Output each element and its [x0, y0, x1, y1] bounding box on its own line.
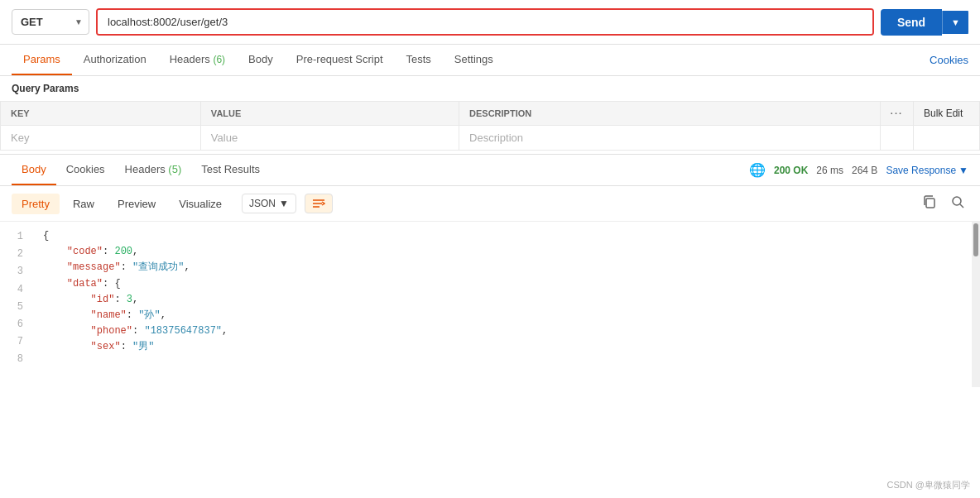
response-time: 26 ms: [816, 165, 843, 176]
top-bar: GET POST PUT DELETE PATCH ▼ Send ▼: [0, 0, 980, 45]
copy-icon[interactable]: [919, 191, 940, 216]
query-params-section-title: Query Params: [0, 76, 980, 101]
save-response-chevron-icon: ▼: [958, 165, 968, 176]
col-key: KEY: [1, 102, 201, 126]
row-bulk: [914, 126, 980, 151]
svg-point-4: [953, 197, 961, 205]
request-tabs: Params Authorization Headers (6) Body Pr…: [0, 45, 980, 76]
format-chevron-icon: ▼: [279, 198, 289, 209]
search-icon[interactable]: [947, 191, 968, 216]
tab-body[interactable]: Body: [237, 45, 285, 75]
tab-tests[interactable]: Tests: [395, 45, 443, 75]
tab-settings[interactable]: Settings: [443, 45, 505, 75]
resp-tab-cookies[interactable]: Cookies: [56, 155, 115, 185]
json-line-7: "phone": "18375647837",: [43, 323, 962, 339]
view-tab-visualize[interactable]: Visualize: [169, 194, 232, 214]
json-line-5: "id": 3,: [43, 292, 962, 308]
json-display: 1 2 3 4 5 6 7 8 { "code": 200, "message"…: [0, 222, 980, 387]
col-bulk-edit[interactable]: Bulk Edit: [914, 102, 980, 126]
response-tabs-bar: Body Cookies Headers (5) Test Results 🌐 …: [0, 154, 980, 186]
json-line-6: "name": "孙",: [43, 308, 962, 323]
send-button[interactable]: Send: [881, 9, 942, 36]
wrap-icon: [312, 198, 325, 209]
tab-pre-request[interactable]: Pre-request Script: [285, 45, 395, 75]
svg-line-5: [960, 204, 963, 208]
value-cell[interactable]: Value: [200, 126, 459, 151]
row-more: [880, 126, 913, 151]
table-row: Key Value Description: [1, 126, 980, 151]
json-line-3: "message": "查询成功",: [43, 260, 962, 275]
view-icons-right: [919, 191, 968, 216]
view-tab-preview[interactable]: Preview: [108, 194, 166, 214]
send-btn-wrapper: Send ▼: [881, 9, 968, 36]
resp-tab-headers[interactable]: Headers (5): [115, 155, 192, 185]
query-params-table: KEY VALUE DESCRIPTION ··· Bulk Edit Key …: [0, 101, 980, 151]
method-select[interactable]: GET POST PUT DELETE PATCH: [12, 9, 89, 35]
col-value: VALUE: [200, 102, 459, 126]
json-line-8: "sex": "男": [43, 339, 962, 355]
col-more: ···: [880, 102, 913, 126]
wrap-button[interactable]: [305, 194, 333, 213]
resp-tab-body[interactable]: Body: [12, 155, 56, 185]
view-tab-pretty[interactable]: Pretty: [12, 194, 60, 214]
svg-rect-3: [926, 199, 934, 208]
json-content: { "code": 200, "message": "查询成功", "data"…: [33, 222, 972, 387]
url-input-wrapper: [96, 8, 874, 36]
response-size: 264 B: [852, 165, 877, 176]
json-line-4: "data": {: [43, 276, 962, 292]
status-code: 200 OK: [774, 165, 808, 176]
json-line-2: "code": 200,: [43, 244, 962, 260]
send-dropdown-button[interactable]: ▼: [942, 11, 968, 34]
col-description: DESCRIPTION: [459, 102, 881, 126]
cookies-link[interactable]: Cookies: [930, 54, 968, 66]
globe-icon: 🌐: [749, 162, 766, 178]
key-cell[interactable]: Key: [1, 126, 201, 151]
scrollbar-handle[interactable]: [973, 223, 978, 256]
method-select-wrapper: GET POST PUT DELETE PATCH ▼: [12, 9, 89, 35]
line-numbers: 1 2 3 4 5 6 7 8: [0, 222, 33, 387]
format-dropdown[interactable]: JSON ▼: [242, 194, 296, 213]
description-cell[interactable]: Description: [459, 126, 881, 151]
scrollbar-track[interactable]: [972, 222, 980, 387]
view-tabs-bar: Pretty Raw Preview Visualize JSON ▼: [0, 186, 980, 222]
save-response-button[interactable]: Save Response ▼: [886, 165, 968, 176]
tab-headers[interactable]: Headers (6): [158, 45, 237, 75]
response-status-area: 🌐 200 OK 26 ms 264 B Save Response ▼: [749, 162, 968, 178]
json-area-wrapper: { "code": 200, "message": "查询成功", "data"…: [33, 222, 980, 387]
view-tab-raw[interactable]: Raw: [63, 194, 104, 214]
tab-params[interactable]: Params: [12, 45, 72, 75]
tab-authorization[interactable]: Authorization: [72, 45, 158, 75]
url-input[interactable]: [98, 10, 872, 34]
format-selected: JSON: [249, 198, 276, 209]
resp-tab-test-results[interactable]: Test Results: [191, 155, 270, 185]
json-line-1: {: [43, 228, 962, 244]
